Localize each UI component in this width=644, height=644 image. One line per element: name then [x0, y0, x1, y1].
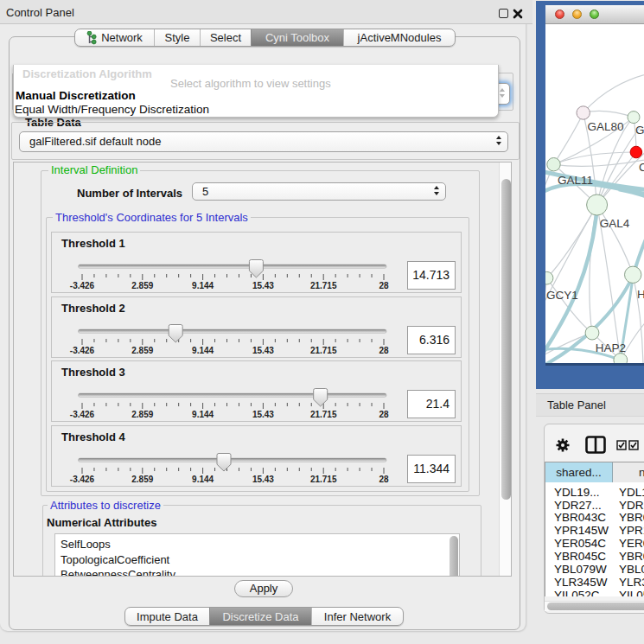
svg-text:2.859: 2.859: [131, 475, 153, 484]
svg-text:28: 28: [379, 410, 389, 419]
svg-text:GAL11: GAL11: [558, 174, 593, 187]
svg-text:9.144: 9.144: [192, 410, 214, 419]
svg-text:28: 28: [379, 281, 389, 290]
svg-text:15.43: 15.43: [252, 346, 274, 355]
svg-text:C: C: [639, 161, 644, 174]
svg-text:H: H: [637, 288, 644, 301]
svg-text:HAP2: HAP2: [596, 341, 626, 354]
svg-text:21.715: 21.715: [310, 475, 337, 484]
svg-text:2.859: 2.859: [131, 346, 153, 355]
svg-text:15.43: 15.43: [252, 281, 274, 290]
svg-text:28: 28: [379, 475, 389, 484]
svg-text:-3.426: -3.426: [70, 410, 95, 419]
svg-text:15.43: 15.43: [252, 410, 274, 419]
svg-text:GA: GA: [635, 124, 644, 137]
svg-text:9.144: 9.144: [192, 475, 214, 484]
svg-text:21.715: 21.715: [310, 410, 337, 419]
svg-text:9.144: 9.144: [192, 281, 214, 290]
svg-text:21.715: 21.715: [310, 346, 337, 355]
svg-text:GAL80: GAL80: [587, 120, 623, 133]
svg-text:GAL4: GAL4: [600, 217, 630, 230]
svg-text:2.859: 2.859: [131, 281, 153, 290]
svg-text:21.715: 21.715: [310, 281, 337, 290]
svg-text:GCY1: GCY1: [546, 289, 578, 302]
svg-text:-3.426: -3.426: [70, 346, 95, 355]
svg-text:2.859: 2.859: [131, 410, 153, 419]
svg-text:-3.426: -3.426: [70, 281, 95, 290]
svg-text:28: 28: [379, 346, 389, 355]
svg-text:-3.426: -3.426: [70, 475, 95, 484]
svg-text:9.144: 9.144: [192, 346, 214, 355]
svg-text:15.43: 15.43: [252, 475, 274, 484]
